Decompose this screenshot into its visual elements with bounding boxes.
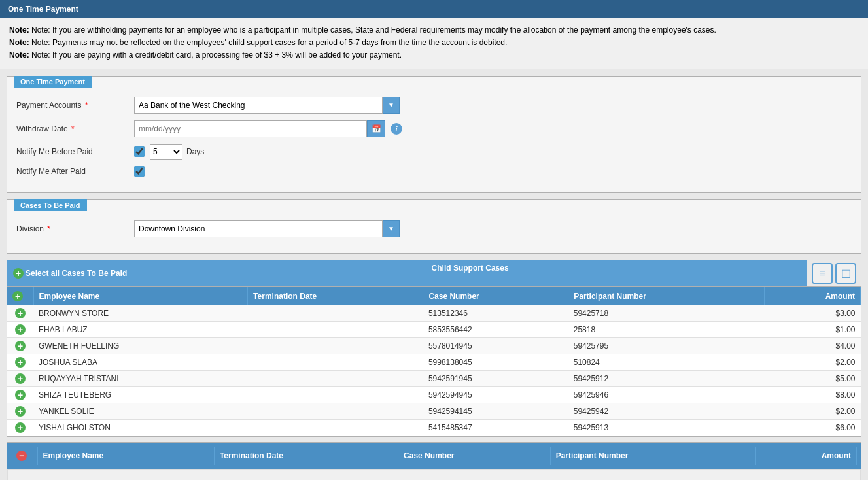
one-time-payment-section: One Time Payment Payment Accounts * Aa B… [7,76,861,193]
calendar-btn[interactable]: 📅 [367,120,385,137]
row-employee-name: YISHAI GHOLSTON [33,419,248,436]
payment-accounts-row: Payment Accounts * Aa Bank of the West C… [16,97,852,114]
row-add-cell: + [7,337,33,354]
row-employee-name: JOSHUA SLABA [33,354,248,370]
notify-before-days-select[interactable]: 5 [150,144,182,160]
no-records-container: No records. [7,469,861,480]
row-participant-number: 59425795 [568,337,765,354]
row-add-icon[interactable]: + [15,390,26,400]
child-support-table-title: Child Support Cases [133,260,807,286]
row-add-cell: + [7,321,33,337]
row-add-icon[interactable]: + [15,324,26,335]
row-add-icon[interactable]: + [15,357,26,368]
child-support-table: + Employee Name Termination Date Case Nu… [7,287,861,436]
row-amount: $5.00 [765,370,861,386]
note-2: Note: Note: Payments may not be reflecte… [9,37,859,49]
top-bar: + Select all Cases To Be Paid Child Supp… [7,260,861,286]
row-employee-name: EHAB LABUZ [33,321,248,337]
col-employee-name: Employee Name [33,287,248,305]
table-row: + JOSHUA SLABA 5998138045 510824 $2.00 [7,354,861,370]
notify-after-label: Notify Me After Paid [16,167,134,176]
col-case-number: Case Number [423,287,568,305]
selected-col-case: Case Number [398,447,551,465]
child-support-area: + Select all Cases To Be Paid Child Supp… [7,260,861,437]
row-termination-date [248,419,423,436]
selected-col-termination: Termination Date [214,447,398,465]
select-all-icon[interactable]: + [13,268,24,279]
table-row: + BRONWYN STORE 513512346 59425718 $3.00 [7,305,861,322]
withdraw-date-input[interactable] [134,120,367,137]
row-employee-name: BRONWYN STORE [33,305,248,322]
note-1: Note: Note: If you are withholding payme… [9,24,859,37]
row-add-icon[interactable]: + [15,406,26,417]
withdraw-date-label: Withdraw Date * [16,124,134,133]
row-employee-name: RUQAYYAH TRISTANI [33,370,248,386]
notes-section: Note: Note: If you are withholding payme… [0,18,868,69]
table-row: + GWENETH FUELLING 5578014945 59425795 $… [7,337,861,354]
table-row: + RUQAYYAH TRISTANI 5942591945 59425912 … [7,370,861,386]
selected-header-row: − Employee Name Termination Date Case Nu… [11,447,857,465]
payment-accounts-select[interactable]: Aa Bank of the West Checking [134,97,383,114]
withdraw-date-container: 📅 i [134,120,402,137]
row-add-icon[interactable]: + [15,373,26,384]
one-time-payment-title: One Time Payment [14,76,92,88]
row-add-icon[interactable]: + [15,308,26,318]
notify-after-checkbox[interactable] [134,166,145,177]
selected-col-participant: Participant Number [550,447,756,465]
title-bar: One Time Payment [0,0,868,18]
row-add-cell: + [7,386,33,403]
row-participant-number: 59425912 [568,370,765,386]
row-add-cell: + [7,403,33,419]
row-termination-date [248,403,423,419]
selected-col-amount: Amount [756,447,857,465]
row-add-cell: + [7,305,33,322]
grid-view-btn[interactable]: ◫ [835,263,856,284]
row-termination-date [248,354,423,370]
row-amount: $1.00 [765,321,861,337]
row-termination-date [248,305,423,322]
division-row: Division * Downtown Division ▼ [16,220,852,237]
row-employee-name: YANKEL SOLIE [33,403,248,419]
table-row: + YANKEL SOLIE 5942594145 59425942 $2.00 [7,403,861,419]
days-label: Days [186,147,204,156]
row-add-cell: + [7,354,33,370]
division-dropdown-btn[interactable]: ▼ [383,220,400,237]
row-participant-number: 59425913 [568,419,765,436]
row-case-number: 5415485347 [423,419,568,436]
payment-accounts-dropdown-btn[interactable]: ▼ [383,97,400,114]
row-add-icon[interactable]: + [15,341,26,351]
selected-col-action: − [11,447,37,465]
notify-after-row: Notify Me After Paid [16,166,852,177]
division-label: Division * [16,224,134,233]
selected-header-remove-icon[interactable]: − [16,451,27,461]
col-participant-number: Participant Number [568,287,765,305]
child-support-table-wrapper: + Employee Name Termination Date Case Nu… [7,286,861,437]
row-amount: $8.00 [765,386,861,403]
notify-before-checkbox[interactable] [134,146,145,157]
row-participant-number: 25818 [568,321,765,337]
info-icon[interactable]: i [391,123,402,135]
row-participant-number: 59425942 [568,403,765,419]
selected-title-bar: − Employee Name Termination Date Case Nu… [7,443,861,469]
row-case-number: 5942591945 [423,370,568,386]
row-add-icon[interactable]: + [15,422,26,433]
row-termination-date [248,321,423,337]
withdraw-date-row: Withdraw Date * 📅 i [16,120,852,137]
row-add-cell: + [7,419,33,436]
cases-section-title: Cases To Be Paid [14,199,87,211]
row-case-number: 5578014945 [423,337,568,354]
division-dropdown-container: Downtown Division ▼ [134,220,400,237]
list-view-btn[interactable]: ≡ [812,263,833,284]
payment-accounts-label: Payment Accounts * [16,101,134,110]
division-select[interactable]: Downtown Division [134,220,383,237]
cases-section: Cases To Be Paid Division * Downtown Div… [7,199,861,254]
row-termination-date [248,337,423,354]
notify-before-label: Notify Me Before Paid [16,147,134,156]
row-case-number: 5998138045 [423,354,568,370]
page-container: One Time Payment Note: Note: If you are … [0,0,868,480]
row-termination-date [248,370,423,386]
page-title: One Time Payment [8,5,78,14]
col-action: + [7,287,33,305]
header-add-icon[interactable]: + [12,291,23,301]
table-row: + YISHAI GHOLSTON 5415485347 59425913 $6… [7,419,861,436]
